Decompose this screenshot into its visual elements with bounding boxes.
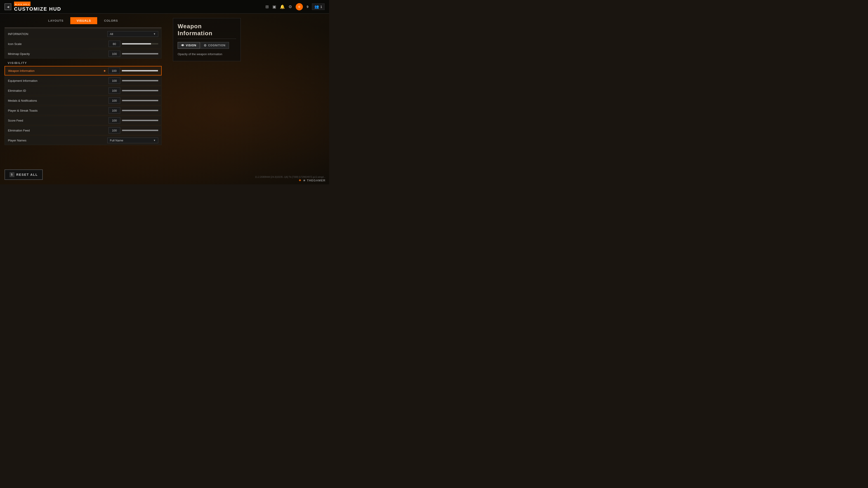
equipment-information-row[interactable]: Equipment Information 100 <box>4 76 162 86</box>
equipment-information-fill <box>122 80 158 81</box>
medals-notifications-fill <box>122 100 158 101</box>
score-feed-slider[interactable] <box>122 120 158 121</box>
icon-scale-slider[interactable] <box>122 43 158 44</box>
thegamer-text: ★ THEGAMER <box>303 179 326 182</box>
elimination-id-row[interactable]: Elimination ID 100 <box>4 86 162 95</box>
information-row: INFORMATION All ▼ <box>4 29 162 39</box>
player-streak-toasts-fill <box>122 110 158 111</box>
game-logo-box: BLACK OPS 6 <box>14 2 31 6</box>
cognition-icon: ⚙ <box>204 43 207 47</box>
vision-label: VISION <box>186 44 196 47</box>
equipment-information-label: Equipment Information <box>8 79 108 83</box>
medals-notifications-value[interactable]: 100 <box>108 97 120 104</box>
weapon-information-row[interactable]: Weapon Information ★ 100 <box>4 66 162 75</box>
game-logo-text: BLACK OPS 6 <box>15 3 30 5</box>
vision-cognition-tabs: 👁 VISION ⚙ COGNITION <box>178 42 236 49</box>
reset-all-button[interactable]: 5 RESET ALL <box>4 169 43 180</box>
settings-list: INFORMATION All ▼ Icon Scale 80 Minimap … <box>4 27 162 181</box>
logo-area: BLACK OPS 6 CUSTOMIZE HUD <box>14 2 61 12</box>
friends-panel[interactable]: 👥 1 <box>312 3 324 10</box>
main-content: LAYOUTS VISUALS COLORS INFORMATION All ▼… <box>0 13 329 184</box>
weapon-description: Opacity of the weapon information <box>178 52 236 57</box>
player-streak-toasts-label: Player & Streak Toasts <box>8 109 108 112</box>
header: ◀ BLACK OPS 6 CUSTOMIZE HUD ⊞ ▣ 🔔 ⚙ O 9 … <box>0 0 329 13</box>
elimination-id-label: Elimination ID <box>8 89 108 92</box>
weapon-info-panel: Weapon Information 👁 VISION ⚙ COGNITION … <box>173 18 241 61</box>
player-streak-toasts-value[interactable]: 100 <box>108 107 120 113</box>
minimap-opacity-fill <box>122 53 158 55</box>
elimination-feed-fill <box>122 130 158 131</box>
elimination-feed-row[interactable]: Elimination Feed 100 <box>4 126 162 135</box>
reset-number: 5 <box>9 172 14 177</box>
elimination-id-fill <box>122 90 158 91</box>
thegamer-logo: ✦ ★ THEGAMER <box>255 178 326 183</box>
score-feed-value[interactable]: 100 <box>108 117 120 124</box>
weapon-information-slider[interactable] <box>122 70 158 71</box>
weapon-info-title: Weapon Information <box>178 23 236 39</box>
information-label: INFORMATION <box>8 32 107 36</box>
minimap-opacity-value[interactable]: 100 <box>108 51 120 57</box>
elimination-feed-label: Elimination Feed <box>8 129 108 132</box>
chevron-down-icon: ▼ <box>153 33 156 35</box>
weapon-information-fill <box>122 70 158 71</box>
player-names-label: Player Names <box>8 139 107 142</box>
tab-colors[interactable]: COLORS <box>98 17 124 24</box>
version-text: 11.2.20309444 [24-3|10235 -1|A] Tb [7300… <box>255 176 326 178</box>
minimap-opacity-row: Minimap Opacity 100 <box>4 49 162 59</box>
avatar: O <box>296 3 303 10</box>
player-names-value: Full Name <box>110 139 123 142</box>
page-title: CUSTOMIZE HUD <box>14 6 61 12</box>
back-icon: ◀ <box>7 5 9 8</box>
minimap-opacity-label: Minimap Opacity <box>8 52 108 56</box>
tab-visuals[interactable]: VISUALS <box>70 17 97 24</box>
camera-icon[interactable]: ▣ <box>272 4 276 9</box>
reset-label: RESET ALL <box>16 173 38 176</box>
bell-icon[interactable]: 🔔 <box>280 4 285 9</box>
vision-tab[interactable]: 👁 VISION <box>178 42 200 49</box>
medals-notifications-row[interactable]: Medals & Notifications 100 <box>4 96 162 105</box>
score-feed-row[interactable]: Score Feed 100 <box>4 116 162 125</box>
back-button[interactable]: ◀ <box>4 3 11 10</box>
player-names-row: Player Names Full Name ▼ <box>4 135 162 145</box>
cognition-tab[interactable]: ⚙ COGNITION <box>200 42 229 49</box>
thegamer-icon: ✦ <box>298 178 302 183</box>
equipment-information-slider[interactable] <box>122 80 158 81</box>
svg-text:O: O <box>299 6 301 8</box>
watermark: 11.2.20309444 [24-3|10235 -1|A] Tb [7300… <box>255 176 326 183</box>
visibility-header: VISIBILITY <box>4 59 162 66</box>
tab-bar: LAYOUTS VISUALS COLORS <box>4 17 162 24</box>
left-panel: LAYOUTS VISUALS COLORS INFORMATION All ▼… <box>0 13 166 184</box>
score-feed-fill <box>122 120 158 121</box>
icon-scale-row: Icon Scale 80 <box>4 39 162 48</box>
equipment-information-value[interactable]: 100 <box>108 77 120 84</box>
elimination-feed-value[interactable]: 100 <box>108 127 120 133</box>
medals-notifications-label: Medals & Notifications <box>8 99 108 102</box>
player-names-chevron-icon: ▼ <box>153 139 156 142</box>
player-streak-toasts-row[interactable]: Player & Streak Toasts 100 <box>4 106 162 115</box>
player-names-dropdown[interactable]: Full Name ▼ <box>107 138 158 143</box>
information-dropdown[interactable]: All ▼ <box>107 31 158 37</box>
star-icon: ★ <box>103 69 106 72</box>
gear-icon[interactable]: ⚙ <box>288 4 292 9</box>
player-streak-toasts-slider[interactable] <box>122 110 158 111</box>
elimination-id-slider[interactable] <box>122 90 158 91</box>
icon-scale-fill <box>122 43 151 44</box>
vision-icon: 👁 <box>181 43 184 47</box>
score-feed-label: Score Feed <box>8 119 108 122</box>
elimination-feed-slider[interactable] <box>122 130 158 131</box>
friends-icon: 👥 <box>314 4 319 9</box>
weapon-information-value[interactable]: 100 <box>108 68 120 74</box>
icon-scale-label: Icon Scale <box>8 42 108 46</box>
player-count: 9 <box>307 5 308 8</box>
cognition-label: COGNITION <box>208 44 225 47</box>
friends-count: 1 <box>320 5 322 8</box>
tab-layouts[interactable]: LAYOUTS <box>42 17 70 24</box>
icon-scale-value[interactable]: 80 <box>108 41 120 47</box>
weapon-information-label: Weapon Information <box>8 69 103 72</box>
elimination-id-value[interactable]: 100 <box>108 88 120 94</box>
scroll-hint-top <box>4 27 162 29</box>
minimap-opacity-slider[interactable] <box>122 53 158 55</box>
grid-icon[interactable]: ⊞ <box>266 4 269 9</box>
medals-notifications-slider[interactable] <box>122 100 158 101</box>
right-panel: Weapon Information 👁 VISION ⚙ COGNITION … <box>166 13 329 184</box>
